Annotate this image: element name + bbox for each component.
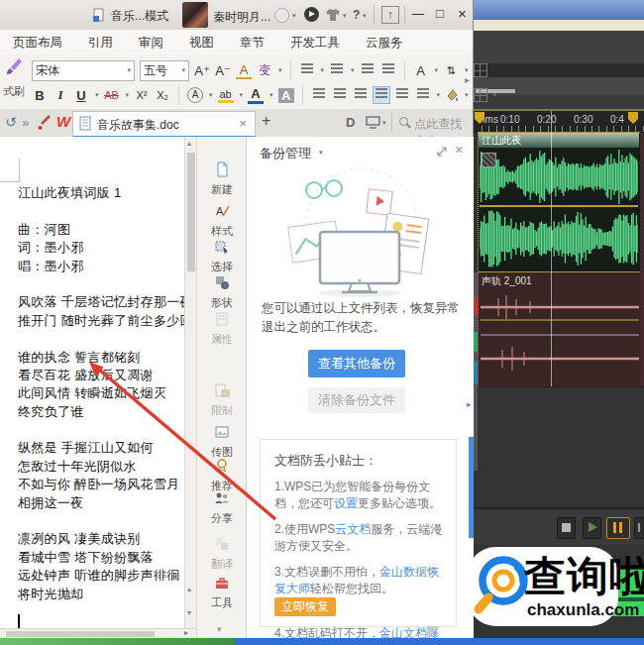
circled-char-button[interactable]: A xyxy=(187,87,203,103)
superscript-button[interactable]: X² xyxy=(134,89,150,101)
document-tab[interactable]: 音乐故事集.doc × xyxy=(72,111,256,138)
font-color-button[interactable]: A xyxy=(248,86,264,104)
search-icon[interactable] xyxy=(399,117,408,126)
document-text[interactable]: 江山此夜填词版 1曲：河图词：墨小邪唱：墨小邪风吹落 千层塔记忆封存那一夜推开门… xyxy=(18,184,184,621)
subscript-button[interactable]: X₂ xyxy=(155,89,170,101)
caret-down-icon[interactable]: ▾ xyxy=(351,66,355,74)
caret-down-icon[interactable]: ▾ xyxy=(240,91,244,99)
caret-down-icon[interactable]: ▾ xyxy=(493,91,497,99)
align-right-button[interactable] xyxy=(353,87,369,103)
insert-table-icon[interactable] xyxy=(474,63,487,77)
italic-button[interactable]: I xyxy=(53,87,68,103)
align-justify-button[interactable] xyxy=(374,87,389,103)
line-spacing-button[interactable] xyxy=(415,87,431,103)
increase-indent-button[interactable] xyxy=(380,62,396,78)
track2-container[interactable]: 声轨 2_001 xyxy=(478,272,641,386)
caret-down-icon[interactable]: ▾ xyxy=(269,91,273,99)
menu-item-4[interactable]: 视图 xyxy=(189,35,214,52)
community-icon[interactable] xyxy=(304,7,319,22)
caret-down-icon[interactable]: ▾ xyxy=(278,66,282,74)
bullet-list-button[interactable] xyxy=(299,62,315,78)
caret-down-icon[interactable]: ▾ xyxy=(465,66,469,74)
panel-collapse-arrow-icon[interactable]: ▸ xyxy=(467,399,472,409)
track1-container[interactable]: 江山此夜 xyxy=(478,132,642,272)
font-size-select[interactable]: 五号▾ xyxy=(140,60,189,81)
sidebar-item-shape[interactable]: 形状 xyxy=(197,274,247,310)
wps-title-bar[interactable]: 音乐...模式 秦时明月... ▾ ▾ ? ▾ ↑ — □ × xyxy=(0,0,473,31)
redo-button[interactable]: » xyxy=(22,115,29,130)
undo-button[interactable]: ↺ xyxy=(5,114,17,130)
bold-button[interactable]: B xyxy=(32,88,48,103)
scroll-right-icon[interactable]: ▸ xyxy=(184,628,188,637)
sidebar-collapse-icon[interactable]: ▾ xyxy=(217,624,222,634)
pause-button[interactable] xyxy=(606,517,630,539)
help-button[interactable]: ? xyxy=(353,8,360,22)
caret-down-icon[interactable]: ▾ xyxy=(363,12,367,20)
menu-item-2[interactable]: 引用 xyxy=(88,35,113,52)
backup-panel-title[interactable]: 备份管理 xyxy=(260,145,311,162)
panel-scroll-indicator[interactable] xyxy=(469,437,474,538)
borders-icon[interactable] xyxy=(474,88,487,102)
docer-button[interactable]: D xyxy=(346,115,355,130)
track1-header[interactable]: 江山此夜 xyxy=(479,133,639,148)
numbered-list-button[interactable] xyxy=(329,62,345,78)
caret-down-icon[interactable]: ▾ xyxy=(465,91,469,99)
decrease-indent-button[interactable] xyxy=(360,62,376,78)
caret-down-icon[interactable]: ▾ xyxy=(321,66,325,74)
ink-pen-icon[interactable] xyxy=(37,114,53,132)
panel-expand-icon[interactable] xyxy=(436,146,448,158)
paragraph-spacing-button[interactable]: ⇅ xyxy=(443,64,459,77)
sidebar-item-tools[interactable]: 工具 xyxy=(197,575,247,610)
caret-down-icon[interactable]: ▾ xyxy=(435,66,439,74)
panel-close-icon[interactable]: × xyxy=(455,141,464,158)
account-avatar[interactable] xyxy=(182,2,208,28)
wps-logo[interactable]: W xyxy=(56,113,70,130)
menu-item-6[interactable]: 开发工具 xyxy=(290,35,340,52)
sidebar-item-recommend[interactable]: 推荐 xyxy=(197,458,247,493)
phonetic-guide-button[interactable]: 变 xyxy=(257,62,272,79)
shading-bucket-icon[interactable] xyxy=(445,88,459,102)
align-center-button[interactable] xyxy=(332,87,348,103)
minimize-button[interactable]: — xyxy=(412,7,424,21)
format-painter-button[interactable]: 式刷 xyxy=(0,57,28,107)
next-button[interactable] xyxy=(634,517,644,539)
tip-action-button[interactable]: 立即恢复 xyxy=(274,597,336,616)
account-name[interactable]: 秦时明月... xyxy=(213,9,270,26)
caret-down-icon[interactable]: ▾ xyxy=(292,12,296,20)
toolbar-expand-icon[interactable]: ▸ xyxy=(465,74,470,85)
clear-format-button[interactable]: A xyxy=(236,62,252,79)
char-shading-button[interactable]: A xyxy=(278,88,294,103)
sidebar-item-upload-image[interactable]: 传图 xyxy=(197,424,247,460)
hscrollbar-thumb[interactable] xyxy=(6,631,155,637)
caret-down-icon[interactable]: ▾ xyxy=(319,149,323,157)
menu-item-7[interactable]: 云服务 xyxy=(366,35,403,52)
close-button[interactable]: × xyxy=(458,5,467,22)
scroll-up-icon[interactable]: ▴ xyxy=(187,139,191,148)
sidebar-item-share[interactable]: 分享 xyxy=(197,490,247,526)
track1-channel1-waveform[interactable] xyxy=(480,150,638,204)
fade-handle-icon[interactable] xyxy=(482,153,496,167)
tip-link[interactable]: 云文档 xyxy=(335,522,371,536)
prev-page-icon[interactable]: ▴ xyxy=(187,585,191,593)
playhead-line[interactable] xyxy=(551,111,552,386)
tip-link[interactable]: 设置 xyxy=(334,496,358,510)
skin-shirt-icon[interactable] xyxy=(325,8,341,22)
stop-button[interactable] xyxy=(557,517,576,539)
menu-item-3[interactable]: 审阅 xyxy=(139,35,163,52)
caret-down-icon[interactable]: ▾ xyxy=(382,119,386,127)
align-left-button[interactable] xyxy=(311,87,327,103)
sidebar-item-select[interactable]: 选择 xyxy=(197,239,247,274)
clear-backup-files-button[interactable]: 清除备份文件 xyxy=(308,387,405,413)
caret-down-icon[interactable]: ▾ xyxy=(95,91,99,99)
caret-down-icon[interactable]: ▾ xyxy=(126,91,130,99)
font-name-select[interactable]: 宋体▾ xyxy=(32,60,135,81)
menu-item-5[interactable]: 章节 xyxy=(240,35,265,52)
caret-down-icon[interactable]: ▾ xyxy=(437,91,441,99)
document-page[interactable]: 江山此夜填词版 1曲：河图词：墨小邪唱：墨小邪风吹落 千层塔记忆封存那一夜推开门… xyxy=(0,137,184,628)
member-badge-icon[interactable] xyxy=(274,8,289,23)
caret-down-icon[interactable]: ▾ xyxy=(343,12,347,20)
sidebar-item-new-doc[interactable]: 新建 xyxy=(197,161,247,197)
track1-channel2-waveform[interactable] xyxy=(480,209,638,269)
sidebar-item-style[interactable]: A样式 xyxy=(197,203,247,239)
timeline-ruler[interactable]: hms 0:100:200:300:4 xyxy=(474,111,644,133)
